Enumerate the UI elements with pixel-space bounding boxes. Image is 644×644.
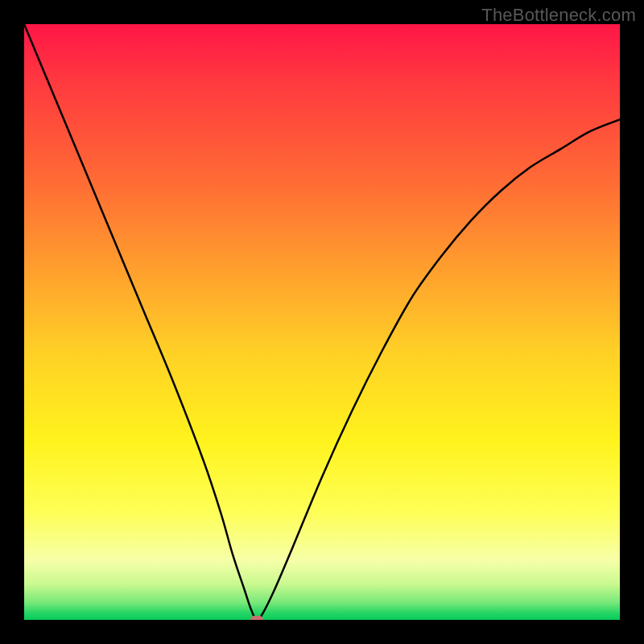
watermark-text: TheBottleneck.com [481,5,636,26]
plot-area [24,24,620,620]
optimal-point-marker [250,616,263,620]
bottleneck-curve [24,24,620,620]
